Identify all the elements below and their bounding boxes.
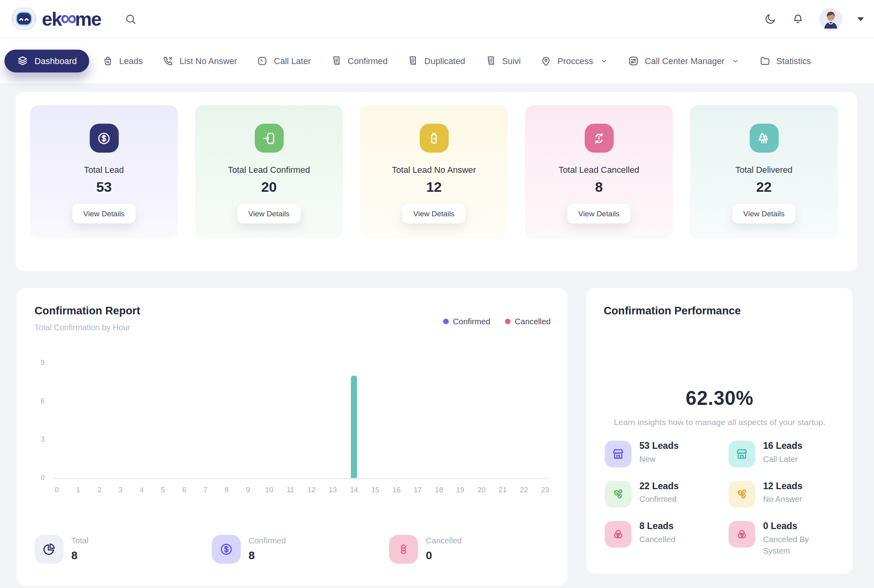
nav-item-confirmed[interactable]: Confirmed: [330, 55, 387, 67]
search-icon[interactable]: [124, 13, 137, 25]
chart-summary-row: Total8Confirmed8Cancelled0: [34, 535, 566, 563]
moon-icon[interactable]: [764, 13, 776, 25]
coins-icon: [611, 487, 626, 501]
performance-item-label: New: [639, 454, 679, 465]
nav-item-label: List No Answer: [180, 56, 237, 66]
performance-icon-tile: [605, 521, 632, 548]
bell-icon[interactable]: [791, 13, 804, 25]
legend-item-confirmed[interactable]: Confirmed: [443, 317, 490, 326]
legend-dot: [505, 319, 510, 324]
summary-label: Confirmed: [248, 535, 286, 545]
stat-card-total-lead-cancelled: Total Lead Cancelled8View Details: [525, 105, 673, 238]
summary-icon-tile: [389, 535, 418, 563]
nav-item-label: Dashboard: [34, 56, 77, 66]
chart-bar-hour-14: [351, 376, 357, 478]
stat-card-total-delivered: Total Delivered22View Details: [690, 105, 838, 238]
x-axis-tick: 22: [520, 486, 528, 494]
view-details-button[interactable]: View Details: [568, 204, 630, 223]
performance-item-confirmed: 22 LeadsConfirmed: [605, 481, 729, 508]
x-axis-tick: 17: [414, 486, 422, 494]
stat-card-label: Total Delivered: [736, 165, 792, 175]
coins-icon: [735, 487, 749, 501]
storefront-icon: [735, 447, 749, 461]
folder-icon: [759, 55, 771, 67]
sync-alert-icon: [592, 130, 607, 146]
performance-percentage: 62.30%: [586, 387, 853, 409]
x-axis-tick: 12: [307, 486, 315, 494]
receipt-icon: [407, 55, 419, 67]
view-details-button[interactable]: View Details: [238, 204, 300, 223]
view-details-button[interactable]: View Details: [403, 204, 465, 223]
performance-item-cancelled: 8 LeadsCancelled: [605, 521, 729, 557]
performance-item-value: 53 Leads: [639, 441, 679, 451]
x-axis-tick: 2: [97, 486, 101, 494]
stat-card-icon-tile: [254, 124, 283, 153]
performance-icon-tile: [605, 481, 632, 508]
basket-icon: [102, 55, 114, 67]
nav-item-label: Leads: [119, 56, 142, 66]
x-axis-tick: 10: [265, 486, 273, 494]
caret-down-icon[interactable]: [857, 17, 864, 21]
summary-icon-tile: [212, 535, 241, 563]
nav-item-label: Proccess: [557, 56, 593, 66]
legend-item-cancelled[interactable]: Cancelled: [505, 317, 551, 326]
performance-item-value: 12 Leads: [763, 481, 802, 492]
nav-item-dashboard[interactable]: Dashboard: [4, 49, 89, 72]
nav-item-suivi[interactable]: Suivi: [485, 55, 521, 67]
nav-item-leads[interactable]: Leads: [102, 55, 143, 67]
stat-card-value: 20: [261, 179, 277, 195]
view-details-button[interactable]: View Details: [733, 204, 795, 223]
nav-item-label: Call Center Manager: [645, 56, 724, 66]
stat-card-label: Total Lead: [84, 165, 124, 175]
stat-card-icon-tile: [749, 124, 778, 153]
layers-icon: [17, 55, 28, 67]
map-pin-icon: [540, 55, 552, 67]
nav-item-label: Statistics: [776, 56, 811, 66]
brand-wordmark: ek∞me: [42, 8, 101, 30]
stat-card-label: Total Lead Confirmed: [228, 165, 310, 175]
performance-item-label: Canceled By System: [763, 534, 830, 557]
stat-card-icon-tile: [89, 124, 118, 153]
stat-card-icon-tile: [584, 124, 613, 153]
x-axis-tick: 20: [478, 486, 485, 494]
nav-item-list-no-answer[interactable]: List No Answer: [162, 55, 237, 67]
x-axis-tick: 18: [435, 486, 443, 494]
nav-item-duplicated[interactable]: Duplicated: [407, 55, 465, 67]
summary-icon-tile: [34, 535, 63, 563]
summary-value: 8: [248, 549, 286, 562]
nav-item-call-center-manager[interactable]: Call Center Manager: [628, 55, 739, 67]
chart-legend: ConfirmedCancelled: [443, 317, 550, 326]
y-axis-tick: 3: [28, 436, 44, 444]
stat-cards-panel: Total Lead53View DetailsTotal Lead Confi…: [15, 92, 857, 271]
summary-cancelled: Cancelled0: [389, 535, 566, 563]
receipt-icon: [330, 55, 342, 67]
performance-item-value: 8 Leads: [639, 521, 675, 531]
nav-item-statistics[interactable]: Statistics: [759, 55, 811, 67]
nav-item-call-later[interactable]: Call Later: [257, 55, 311, 67]
legend-label: Confirmed: [453, 317, 490, 326]
stat-cards-row: Total Lead53View DetailsTotal Lead Confi…: [30, 105, 838, 238]
x-axis-tick: 3: [119, 486, 123, 494]
page: ek∞me Da: [0, 0, 874, 588]
performance-item-value: 0 Leads: [763, 521, 830, 531]
brand-logo[interactable]: ek∞me: [11, 6, 101, 32]
y-axis-tick: 0: [28, 474, 44, 482]
view-details-button[interactable]: View Details: [73, 204, 135, 223]
summary-value: 0: [426, 549, 462, 562]
phone-x-icon: [162, 55, 174, 67]
performance-item-label: Call Later: [763, 454, 802, 465]
nav-item-label: Call Later: [274, 56, 311, 66]
performance-item-value: 22 Leads: [639, 481, 679, 492]
x-axis-tick: 15: [371, 486, 379, 494]
chevron-down-icon: [599, 57, 608, 65]
chevron-down-icon: [731, 57, 739, 65]
stat-card-value: 8: [595, 179, 603, 195]
user-avatar[interactable]: [819, 8, 842, 30]
performance-item-canceled-by-system: 0 LeadsCanceled By System: [728, 521, 852, 557]
stat-card-value: 22: [756, 179, 772, 195]
legend-label: Cancelled: [515, 317, 551, 326]
battery-icon: [427, 130, 442, 146]
nav-item-proccess[interactable]: Proccess: [540, 55, 608, 67]
x-axis-tick: 14: [350, 486, 358, 494]
performance-item-call-later: 16 LeadsCall Later: [728, 441, 852, 467]
